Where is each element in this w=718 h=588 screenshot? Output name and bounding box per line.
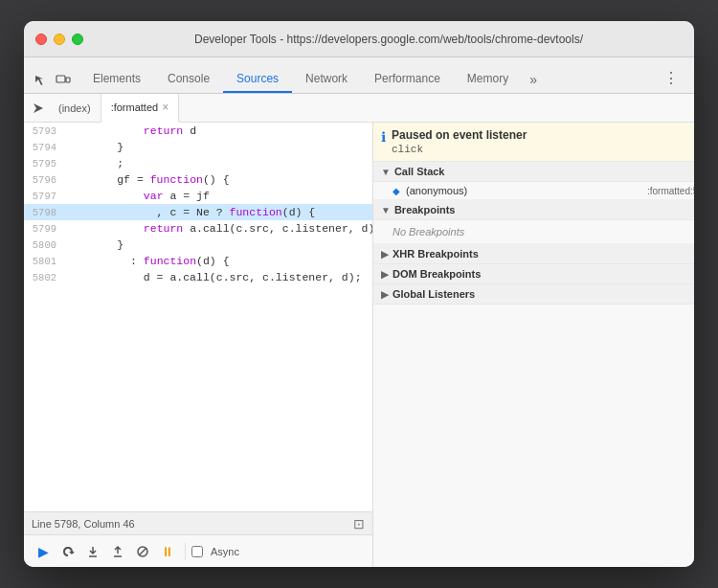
more-tabs-button[interactable]: » bbox=[522, 66, 545, 93]
info-icon: ℹ bbox=[381, 129, 386, 145]
paused-message: ℹ Paused on event listener click bbox=[373, 123, 694, 162]
callstack-item-label: (anonymous) bbox=[406, 185, 467, 196]
code-line-5794: 5794 } bbox=[24, 139, 372, 155]
main-tabbar: Elements Console Sources Network Perform… bbox=[24, 57, 694, 94]
traffic-lights bbox=[35, 34, 83, 45]
expand-button[interactable]: ⊡ bbox=[353, 516, 365, 531]
window-title: Developer Tools - https://developers.goo… bbox=[95, 33, 683, 46]
tab-network[interactable]: Network bbox=[292, 66, 361, 93]
code-editor[interactable]: 5793 return d 5794 } 5795 ; 579 bbox=[24, 123, 372, 511]
left-debug-panel: ℹ Paused on event listener click ▼ Call … bbox=[373, 123, 694, 567]
code-panel: 5793 return d 5794 } 5795 ; 579 bbox=[24, 123, 373, 567]
svg-line-6 bbox=[139, 548, 146, 555]
code-line-5802: 5802 d = a.call(c.src, c.listener, d); bbox=[24, 269, 372, 285]
callstack-item-location: :formatted:5798 bbox=[647, 186, 694, 196]
devtools-icons bbox=[32, 72, 72, 93]
global-listeners-header[interactable]: ▶ Global Listeners bbox=[373, 284, 694, 305]
svg-marker-2 bbox=[34, 103, 43, 113]
callstack-item-arrow-icon: ◆ bbox=[393, 186, 400, 196]
devtools-window: Developer Tools - https://developers.goo… bbox=[24, 21, 694, 567]
pause-on-exceptions-button[interactable]: ⏸ bbox=[156, 540, 179, 563]
main-content: 5793 return d 5794 } 5795 ; 579 bbox=[24, 123, 694, 567]
xhr-breakpoints-header[interactable]: ▶ XHR Breakpoints bbox=[373, 244, 694, 264]
code-line-5799: 5799 return a.call(c.src, c.listener, d) bbox=[24, 220, 372, 237]
code-line-5797: 5797 var a = jf bbox=[24, 188, 372, 204]
callstack-header[interactable]: ▼ Call Stack bbox=[373, 162, 694, 182]
breakpoints-arrow-icon: ▼ bbox=[381, 205, 391, 215]
tab-sources[interactable]: Sources bbox=[223, 66, 292, 93]
dom-breakpoints-header[interactable]: ▶ DOM Breakpoints bbox=[373, 264, 694, 284]
global-listeners-label: Global Listeners bbox=[393, 288, 475, 300]
breakpoints-header[interactable]: ▼ Breakpoints bbox=[373, 200, 694, 220]
no-breakpoints-text: No Breakpoints bbox=[373, 220, 694, 244]
breakpoints-label: Breakpoints bbox=[394, 204, 456, 215]
close-button[interactable] bbox=[35, 34, 47, 45]
async-label: Async bbox=[211, 546, 239, 557]
step-over-button[interactable] bbox=[56, 540, 79, 563]
callstack-arrow-icon: ▼ bbox=[381, 167, 391, 177]
deactivate-breakpoints-button[interactable] bbox=[131, 540, 154, 563]
tab-console[interactable]: Console bbox=[154, 66, 223, 93]
tab-elements[interactable]: Elements bbox=[79, 66, 154, 93]
code-line-5798: 5798 , c = Ne ? function(d) { bbox=[24, 204, 372, 220]
device-toolbar-icon[interactable] bbox=[55, 72, 72, 89]
minimize-button[interactable] bbox=[54, 34, 65, 45]
step-out-button[interactable] bbox=[106, 540, 129, 563]
titlebar: Developer Tools - https://developers.goo… bbox=[24, 21, 694, 57]
maximize-button[interactable] bbox=[72, 34, 83, 45]
callstack-item[interactable]: ◆ (anonymous) :formatted:5798 bbox=[373, 182, 694, 200]
async-checkbox[interactable] bbox=[191, 546, 203, 557]
status-bar: Line 5798, Column 46 ⊡ bbox=[24, 511, 372, 534]
resume-button[interactable]: ▶ bbox=[32, 540, 55, 563]
debugger-toolbar: ▶ bbox=[24, 534, 372, 567]
paused-title: Paused on event listener bbox=[392, 128, 527, 142]
paused-detail: click bbox=[392, 144, 527, 155]
tab-list: Elements Console Sources Network Perform… bbox=[79, 66, 656, 93]
inspect-icon[interactable] bbox=[32, 72, 49, 89]
status-text: Line 5798, Column 46 bbox=[32, 518, 135, 530]
sources-panel-icon[interactable] bbox=[28, 98, 49, 119]
code-line-5801: 5801 : function(d) { bbox=[24, 253, 372, 269]
code-line-5796: 5796 gf = function() { bbox=[24, 171, 372, 188]
dom-breakpoints-arrow-icon: ▶ bbox=[381, 269, 389, 280]
code-line-5800: 5800 } bbox=[24, 237, 372, 253]
global-listeners-arrow-icon: ▶ bbox=[381, 289, 389, 300]
file-tabbar: (index) :formatted × bbox=[24, 94, 694, 123]
step-into-button[interactable] bbox=[81, 540, 104, 563]
tab-memory[interactable]: Memory bbox=[454, 66, 522, 93]
code-line-5793: 5793 return d bbox=[24, 123, 372, 139]
filetab-formatted[interactable]: :formatted × bbox=[101, 94, 180, 123]
tab-performance[interactable]: Performance bbox=[361, 66, 454, 93]
filetab-index[interactable]: (index) bbox=[49, 94, 101, 123]
dom-breakpoints-label: DOM Breakpoints bbox=[393, 268, 481, 280]
code-line-5795: 5795 ; bbox=[24, 155, 372, 171]
devtools-menu-button[interactable]: ⋮ bbox=[656, 63, 686, 93]
xhr-breakpoints-arrow-icon: ▶ bbox=[381, 249, 389, 260]
svg-rect-0 bbox=[56, 76, 65, 82]
svg-rect-1 bbox=[66, 78, 70, 82]
filetab-close-icon[interactable]: × bbox=[162, 101, 168, 114]
divider bbox=[185, 543, 186, 560]
callstack-label: Call Stack bbox=[394, 166, 445, 177]
xhr-breakpoints-label: XHR Breakpoints bbox=[393, 248, 479, 260]
